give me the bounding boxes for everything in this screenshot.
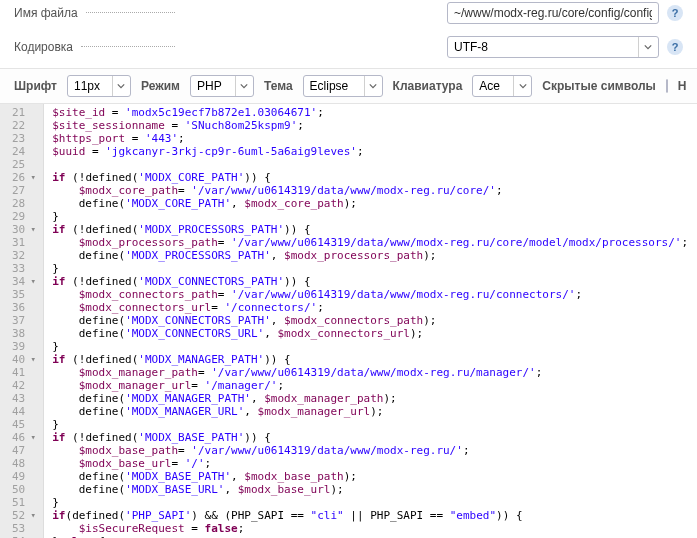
dots <box>81 46 175 47</box>
dots <box>86 12 175 13</box>
editor-toolbar: Шрифт Режим Тема Клавиатура Скрытые симв… <box>0 68 697 104</box>
code-line[interactable]: define('MODX_PROCESSORS_PATH', $modx_pro… <box>52 249 688 262</box>
line-number: 51 <box>12 496 37 509</box>
fold-icon[interactable]: ▾ <box>29 275 37 288</box>
code-line[interactable]: $uuid = 'jgkcanyr-3rkj-cp9r-6uml-5a6aig9… <box>52 145 688 158</box>
line-number: 26▾ <box>12 171 37 184</box>
line-number: 25 <box>12 158 37 171</box>
code-line[interactable]: } <box>52 262 688 275</box>
hidden-chars-checkbox[interactable] <box>666 79 668 93</box>
fold-icon[interactable]: ▾ <box>29 171 37 184</box>
line-number: 52▾ <box>12 509 37 522</box>
line-number: 28 <box>12 197 37 210</box>
code-line[interactable] <box>52 158 688 171</box>
code-line[interactable]: } <box>52 340 688 353</box>
line-number: 33 <box>12 262 37 275</box>
font-select[interactable] <box>68 76 112 96</box>
line-number: 31 <box>12 236 37 249</box>
line-number: 47 <box>12 444 37 457</box>
code-line[interactable]: $modx_base_path= '/var/www/u0614319/data… <box>52 444 688 457</box>
code-line[interactable]: $site_sessionname = 'SNuch8om25kspm9'; <box>52 119 688 132</box>
line-number: 38 <box>12 327 37 340</box>
line-number: 24 <box>12 145 37 158</box>
line-number: 22 <box>12 119 37 132</box>
code-line[interactable]: if (!defined('MODX_PROCESSORS_PATH')) { <box>52 223 688 236</box>
line-number: 21 <box>12 106 37 119</box>
code-line[interactable]: $modx_connectors_path= '/var/www/u061431… <box>52 288 688 301</box>
keyboard-label: Клавиатура <box>393 79 463 93</box>
line-number: 35 <box>12 288 37 301</box>
line-number: 34▾ <box>12 275 37 288</box>
line-number: 42 <box>12 379 37 392</box>
line-number: 37 <box>12 314 37 327</box>
code-line[interactable]: define('MODX_CONNECTORS_PATH', $modx_con… <box>52 314 688 327</box>
line-number: 40▾ <box>12 353 37 366</box>
line-number: 49 <box>12 470 37 483</box>
filename-label: Имя файла <box>14 6 78 20</box>
line-number: 27 <box>12 184 37 197</box>
line-number: 48 <box>12 457 37 470</box>
code-line[interactable]: $https_port = '443'; <box>52 132 688 145</box>
fold-icon[interactable]: ▾ <box>29 509 37 522</box>
code-line[interactable]: define('MODX_MANAGER_URL', $modx_manager… <box>52 405 688 418</box>
chevron-down-icon[interactable] <box>112 76 130 96</box>
code-line[interactable]: $modx_core_path= '/var/www/u0614319/data… <box>52 184 688 197</box>
hidden-chars-label: Скрытые символы <box>542 79 655 93</box>
filename-input[interactable] <box>447 2 659 24</box>
code-line[interactable]: } <box>52 418 688 431</box>
theme-label: Тема <box>264 79 293 93</box>
code-line[interactable]: define('MODX_BASE_URL', $modx_base_url); <box>52 483 688 496</box>
code-line[interactable]: define('MODX_CORE_PATH', $modx_core_path… <box>52 197 688 210</box>
line-number: 41 <box>12 366 37 379</box>
code-line[interactable]: $modx_processors_path= '/var/www/u061431… <box>52 236 688 249</box>
line-number: 44 <box>12 405 37 418</box>
fold-icon[interactable]: ▾ <box>29 431 37 444</box>
code-editor[interactable]: 212223242526▾27282930▾31323334▾353637383… <box>0 104 697 538</box>
code-line[interactable]: } <box>52 496 688 509</box>
line-number: 23 <box>12 132 37 145</box>
line-number: 46▾ <box>12 431 37 444</box>
help-icon[interactable]: ? <box>667 5 683 21</box>
code-line[interactable]: $modx_connectors_url= '/connectors/'; <box>52 301 688 314</box>
fold-icon[interactable]: ▾ <box>29 353 37 366</box>
line-number: 53 <box>12 522 37 535</box>
code-line[interactable]: if (!defined('MODX_CORE_PATH')) { <box>52 171 688 184</box>
line-number: 50 <box>12 483 37 496</box>
line-number: 29 <box>12 210 37 223</box>
line-number: 32 <box>12 249 37 262</box>
line-number: 39 <box>12 340 37 353</box>
keyboard-select[interactable] <box>473 76 513 96</box>
code-line[interactable]: } <box>52 210 688 223</box>
line-gutter: 212223242526▾27282930▾31323334▾353637383… <box>0 104 44 538</box>
line-number: 45 <box>12 418 37 431</box>
line-number: 43 <box>12 392 37 405</box>
chevron-down-icon[interactable] <box>638 37 656 57</box>
encoding-select[interactable] <box>448 37 638 57</box>
code-line[interactable]: $modx_base_url= '/'; <box>52 457 688 470</box>
chevron-down-icon[interactable] <box>364 76 382 96</box>
theme-select[interactable] <box>304 76 364 96</box>
line-numbers-label: Н <box>678 79 687 93</box>
code-line[interactable]: if (!defined('MODX_MANAGER_PATH')) { <box>52 353 688 366</box>
code-line[interactable]: define('MODX_BASE_PATH', $modx_base_path… <box>52 470 688 483</box>
fold-icon[interactable]: ▾ <box>29 223 37 236</box>
code-line[interactable]: if(defined('PHP_SAPI') && (PHP_SAPI == "… <box>52 509 688 522</box>
code-line[interactable]: $site_id = 'modx5c19ecf7b872e1.03064671'… <box>52 106 688 119</box>
code-area[interactable]: $site_id = 'modx5c19ecf7b872e1.03064671'… <box>44 104 688 538</box>
code-line[interactable]: define('MODX_CONNECTORS_URL', $modx_conn… <box>52 327 688 340</box>
code-line[interactable]: $modx_manager_path= '/var/www/u0614319/d… <box>52 366 688 379</box>
code-line[interactable]: if (!defined('MODX_BASE_PATH')) { <box>52 431 688 444</box>
code-line[interactable]: define('MODX_MANAGER_PATH', $modx_manage… <box>52 392 688 405</box>
mode-select[interactable] <box>191 76 235 96</box>
encoding-label: Кодировка <box>14 40 73 54</box>
chevron-down-icon[interactable] <box>235 76 253 96</box>
chevron-down-icon[interactable] <box>513 76 531 96</box>
help-icon[interactable]: ? <box>667 39 683 55</box>
code-line[interactable]: if (!defined('MODX_CONNECTORS_PATH')) { <box>52 275 688 288</box>
line-number: 36 <box>12 301 37 314</box>
code-line[interactable]: $modx_manager_url= '/manager/'; <box>52 379 688 392</box>
code-line[interactable]: $isSecureRequest = false; <box>52 522 688 535</box>
font-label: Шрифт <box>14 79 57 93</box>
mode-label: Режим <box>141 79 180 93</box>
line-number: 30▾ <box>12 223 37 236</box>
